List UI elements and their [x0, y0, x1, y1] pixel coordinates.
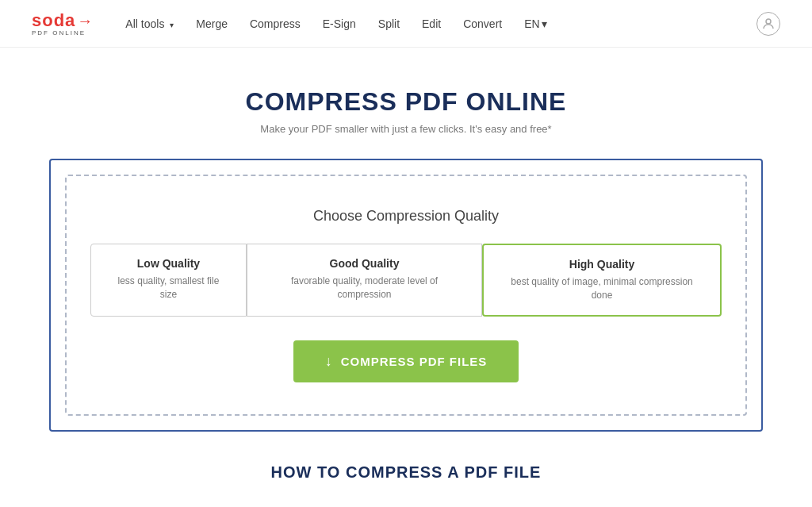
- user-icon[interactable]: [756, 12, 780, 36]
- page-title: COMPRESS PDF ONLINE: [16, 87, 796, 117]
- quality-low[interactable]: Low Quality less quality, smallest file …: [90, 244, 247, 317]
- quality-high[interactable]: High Quality best quality of image, mini…: [482, 244, 722, 317]
- nav-item-esign[interactable]: E-Sign: [323, 17, 356, 31]
- compression-area: Choose Compression Quality Low Quality l…: [49, 159, 763, 432]
- quality-good-desc: favorable quality, moderate level of com…: [266, 275, 462, 302]
- page-subtitle: Make your PDF smaller with just a few cl…: [16, 123, 796, 135]
- nav-item-merge[interactable]: Merge: [196, 17, 228, 31]
- compress-button-icon: ↓: [325, 353, 333, 370]
- nav-links: All tools ▾ Merge Compress E-Sign Split …: [125, 17, 756, 31]
- compress-button-label: COMPRESS PDF FILES: [341, 355, 488, 368]
- how-to-title: HOW TO COMPRESS A PDF FILE: [49, 463, 763, 482]
- how-to-section: HOW TO COMPRESS A PDF FILE PDF: [49, 463, 763, 507]
- compression-title: Choose Compression Quality: [90, 208, 722, 225]
- quality-good-title: Good Quality: [266, 257, 462, 270]
- logo-arrow: →: [77, 12, 94, 30]
- logo-text: soda: [32, 10, 75, 31]
- quality-high-title: High Quality: [503, 258, 701, 271]
- quality-low-title: Low Quality: [110, 257, 227, 270]
- logo-sub: PDF ONLINE: [32, 29, 94, 36]
- nav-item-lang[interactable]: EN ▾: [524, 17, 546, 30]
- nav-item-alltools[interactable]: All tools ▾: [125, 17, 174, 31]
- svg-point-0: [766, 19, 771, 24]
- logo[interactable]: soda → PDF ONLINE: [32, 10, 94, 36]
- quality-high-desc: best quality of image, minimal compressi…: [503, 275, 701, 302]
- quality-good[interactable]: Good Quality favorable quality, moderate…: [247, 244, 482, 317]
- nav-item-compress[interactable]: Compress: [250, 17, 301, 31]
- compression-inner: Choose Compression Quality Low Quality l…: [65, 175, 747, 416]
- quality-low-desc: less quality, smallest file size: [110, 275, 227, 302]
- nav-item-edit[interactable]: Edit: [422, 17, 441, 31]
- nav-item-split[interactable]: Split: [378, 17, 400, 31]
- quality-options: Low Quality less quality, smallest file …: [90, 244, 722, 317]
- compress-button[interactable]: ↓ COMPRESS PDF FILES: [293, 340, 519, 382]
- nav-item-convert[interactable]: Convert: [463, 17, 502, 31]
